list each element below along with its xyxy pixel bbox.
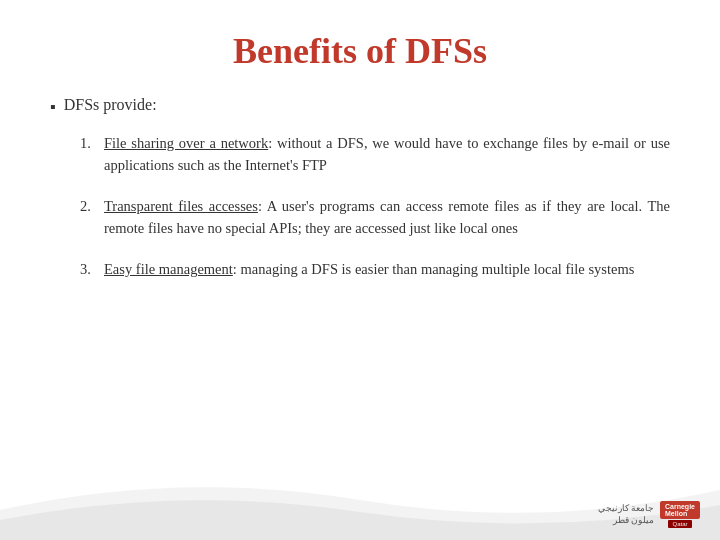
bullet-icon: ▪ [50, 98, 56, 116]
item-number-3: 3. [80, 258, 104, 280]
item-number-2: 2. [80, 195, 104, 217]
main-bullet-text: DFSs provide: [64, 96, 157, 114]
bullet-section: ▪ DFSs provide: 1. File sharing over a n… [50, 96, 670, 298]
qatar-label: Qatar [668, 520, 691, 528]
item-title-3: Easy file management [104, 261, 233, 277]
bottom-decoration [0, 460, 720, 540]
item-number-1: 1. [80, 132, 104, 154]
numbered-list: 1. File sharing over a network: without … [80, 132, 670, 280]
item-content-3: Easy file management: managing a DFS is … [104, 258, 670, 280]
item-content-2: Transparent files accesses: A user's pro… [104, 195, 670, 240]
item-text-3: : managing a DFS is easier than managing… [233, 261, 635, 277]
item-title-2: Transparent files accesses [104, 198, 258, 214]
item-content-1: File sharing over a network: without a D… [104, 132, 670, 177]
list-item: 2. Transparent files accesses: A user's … [80, 195, 670, 240]
slide-title: Benefits of DFSs [50, 30, 670, 72]
logo-area: جامعة كارنيجي ميلون قطر CarnegieMellon Q… [598, 501, 700, 528]
item-title-1: File sharing over a network [104, 135, 268, 151]
main-bullet: ▪ DFSs provide: [50, 96, 670, 116]
cmu-logo-text: CarnegieMellon [665, 503, 695, 517]
slide: Benefits of DFSs ▪ DFSs provide: 1. File… [0, 0, 720, 540]
list-item: 3. Easy file management: managing a DFS … [80, 258, 670, 280]
list-item: 1. File sharing over a network: without … [80, 132, 670, 177]
logo-arabic-text: جامعة كارنيجي ميلون قطر [598, 503, 654, 526]
